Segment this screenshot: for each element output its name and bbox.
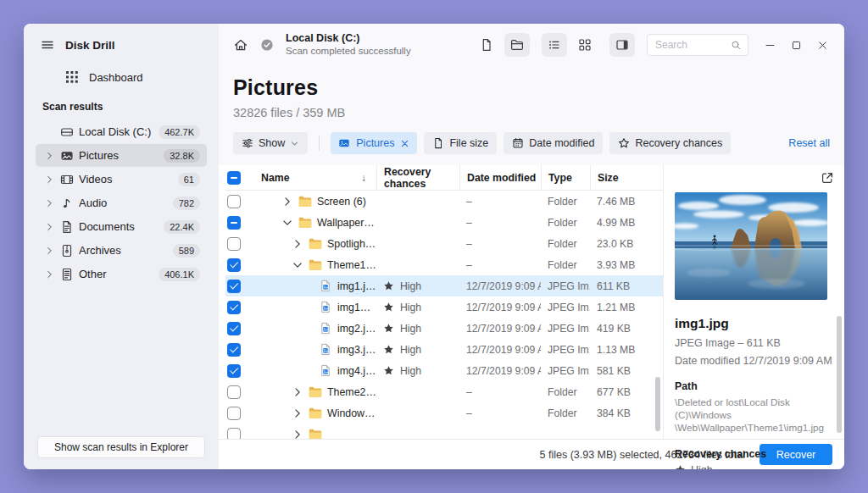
pictures-filter-chip[interactable]: Pictures	[331, 132, 417, 154]
size-cell: 419 KB	[590, 323, 651, 335]
list-view-button[interactable]	[542, 33, 567, 57]
image-file-icon	[319, 280, 332, 292]
sort-down-icon[interactable]: ↓	[361, 172, 366, 184]
sidebar-item-label: Other	[79, 268, 159, 280]
table-row[interactable]: Theme1 (5) – Folder 3.93 MB	[225, 254, 663, 275]
reset-all-link[interactable]: Reset all	[788, 137, 830, 149]
file-view-button[interactable]	[474, 33, 499, 57]
chevron-down-icon[interactable]	[281, 217, 293, 229]
show-in-explorer-button[interactable]: Show scan results in Explorer	[37, 436, 205, 458]
date-modified-label: Date modified	[529, 137, 594, 149]
sidebar-item-dashboard[interactable]: Dashboard	[36, 65, 207, 89]
count-badge: 462.7K	[159, 125, 200, 139]
column-header-type[interactable]: Type	[541, 165, 590, 190]
search-box	[647, 34, 748, 56]
size-cell: 384 KB	[590, 407, 651, 419]
row-checkbox[interactable]	[227, 428, 241, 440]
close-button[interactable]	[810, 33, 836, 57]
preview-path-label: Path	[675, 380, 834, 392]
date-modified-filter-button[interactable]: Date modified	[504, 132, 603, 154]
table-row[interactable]: Theme2 (6) – Folder 677 KB	[225, 381, 663, 402]
chevron-right-icon[interactable]	[43, 198, 56, 208]
file-name: Screen (6)	[317, 196, 366, 208]
file-size-icon	[432, 137, 444, 149]
grid-view-button[interactable]	[572, 33, 598, 57]
calendar-icon	[512, 137, 524, 149]
table-row[interactable]: img3.jpg High 12/7/2019 9:09 A... JPEG I…	[225, 339, 663, 360]
sidebar-nav: Local Disk (C:) 462.7K Pictures 32.8K Vi…	[24, 120, 219, 286]
table-row[interactable]: Wallpaper (13) – Folder 4.99 MB	[225, 212, 663, 233]
row-checkbox[interactable]	[227, 385, 241, 399]
row-checkbox[interactable]	[227, 322, 241, 335]
recovery-chances-filter-button[interactable]: Recovery chances	[609, 132, 731, 154]
file-size-filter-button[interactable]: File size	[424, 132, 497, 154]
maximize-button[interactable]	[783, 33, 810, 57]
row-checkbox[interactable]	[227, 216, 241, 230]
search-input[interactable]	[655, 39, 731, 51]
open-external-icon[interactable]	[821, 171, 834, 185]
table-scrollbar[interactable]	[655, 377, 660, 431]
row-checkbox[interactable]	[227, 364, 241, 378]
chevron-right-icon[interactable]	[292, 429, 303, 440]
chevron-down-icon[interactable]	[292, 259, 303, 271]
star-icon	[383, 302, 394, 313]
type-cell: Folder	[541, 238, 590, 250]
sidebar-item-other[interactable]: Other 406.1K	[36, 263, 207, 285]
folder-view-button[interactable]	[504, 33, 530, 57]
dashboard-label: Dashboard	[89, 71, 143, 84]
select-all-checkbox[interactable]	[227, 171, 241, 185]
chevron-right-icon[interactable]	[43, 151, 56, 161]
chevron-right-icon[interactable]	[292, 407, 303, 419]
table-row[interactable]: img2.jpg High 12/7/2019 9:09 A... JPEG I…	[225, 318, 663, 339]
table-row[interactable]: Spotlight (1) – Folder 23.0 KB	[225, 233, 663, 254]
size-cell: 4.99 MB	[590, 217, 651, 229]
row-checkbox[interactable]	[227, 407, 241, 420]
hamburger-icon[interactable]	[41, 38, 54, 52]
chevron-right-icon[interactable]	[292, 386, 303, 398]
table-row[interactable]: img13.jpg High 12/7/2019 9:09 A... JPEG …	[225, 296, 663, 318]
star-icon	[383, 365, 394, 376]
row-checkbox[interactable]	[227, 301, 241, 314]
row-checkbox[interactable]	[227, 280, 241, 293]
chevron-right-icon[interactable]	[281, 196, 293, 208]
chevron-right-icon[interactable]	[43, 174, 56, 185]
row-checkbox[interactable]	[227, 343, 241, 357]
column-header-name[interactable]: Name	[261, 172, 290, 184]
sidebar-item-local-disk[interactable]: Local Disk (C:) 462.7K	[36, 120, 207, 143]
table-row[interactable]: Screen (6) – Folder 7.46 MB	[225, 191, 663, 212]
chevron-right-icon[interactable]	[292, 238, 303, 250]
type-cell: JPEG Im...	[541, 280, 590, 292]
show-filter-button[interactable]: Show	[233, 132, 308, 154]
column-header-size[interactable]: Size	[590, 165, 651, 190]
table-body: Screen (6) – Folder 7.46 MB Wallpaper (1…	[225, 191, 663, 439]
table-row[interactable]: img4.jpg High 12/7/2019 9:09 A... JPEG I…	[225, 360, 663, 381]
sidebar-item-audio[interactable]: Audio 782	[36, 191, 207, 214]
home-icon[interactable]	[233, 37, 248, 53]
sidebar-item-archives[interactable]: Archives 589	[36, 239, 207, 262]
star-icon	[383, 323, 394, 334]
size-cell: 1.21 MB	[590, 302, 651, 313]
minimize-button[interactable]	[757, 33, 783, 57]
column-header-recovery[interactable]: Recovery chances	[376, 165, 459, 190]
row-checkbox[interactable]	[227, 195, 241, 208]
panel-view-button[interactable]	[609, 33, 635, 57]
table-row[interactable]: Windows (1) – Folder 384 KB	[225, 402, 663, 424]
table-row[interactable]	[225, 424, 663, 439]
file-name: img13.jpg	[337, 302, 376, 313]
chevron-right-icon[interactable]	[43, 269, 56, 280]
archives-icon	[60, 244, 74, 258]
star-icon	[383, 344, 394, 355]
sidebar-item-label: Videos	[79, 173, 178, 186]
row-checkbox[interactable]	[227, 237, 241, 251]
preview-scrollbar[interactable]	[837, 316, 842, 433]
table-row[interactable]: img1.jpg High 12/7/2019 9:09 A... JPEG I…	[225, 275, 663, 296]
chip-close-icon[interactable]	[400, 139, 409, 148]
sidebar-item-documents[interactable]: Documents 22.4K	[36, 215, 207, 238]
column-header-date[interactable]: Date modified	[459, 165, 541, 190]
sidebar-item-pictures[interactable]: Pictures 32.8K	[36, 144, 207, 167]
panel-view-icon	[615, 38, 629, 52]
row-checkbox[interactable]	[227, 258, 241, 272]
sidebar-item-videos[interactable]: Videos 61	[36, 168, 207, 191]
chevron-right-icon[interactable]	[43, 246, 56, 256]
chevron-right-icon[interactable]	[43, 222, 56, 232]
